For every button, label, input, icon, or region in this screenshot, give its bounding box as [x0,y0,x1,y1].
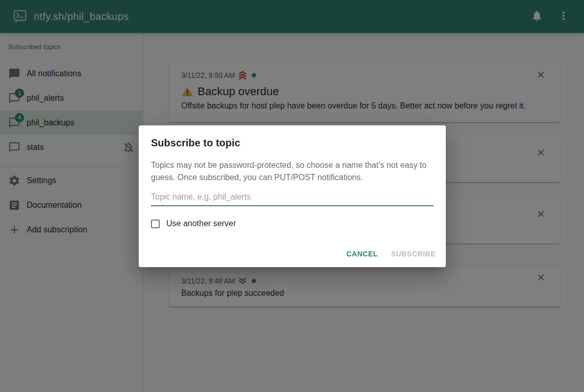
subscribe-dialog: Subscribe to topic Topics may not be pas… [139,125,446,267]
dialog-description: Topics may not be password-protected, so… [151,159,434,184]
subscribe-button[interactable]: SUBSCRIBE [385,245,442,263]
checkbox-unchecked[interactable] [151,220,160,228]
checkbox-label: Use another server [166,217,236,230]
cancel-button[interactable]: CANCEL [340,245,384,263]
dialog-title: Subscribe to topic [151,137,434,149]
topic-name-input[interactable] [151,191,434,206]
use-another-server-option[interactable]: Use another server [151,217,434,230]
